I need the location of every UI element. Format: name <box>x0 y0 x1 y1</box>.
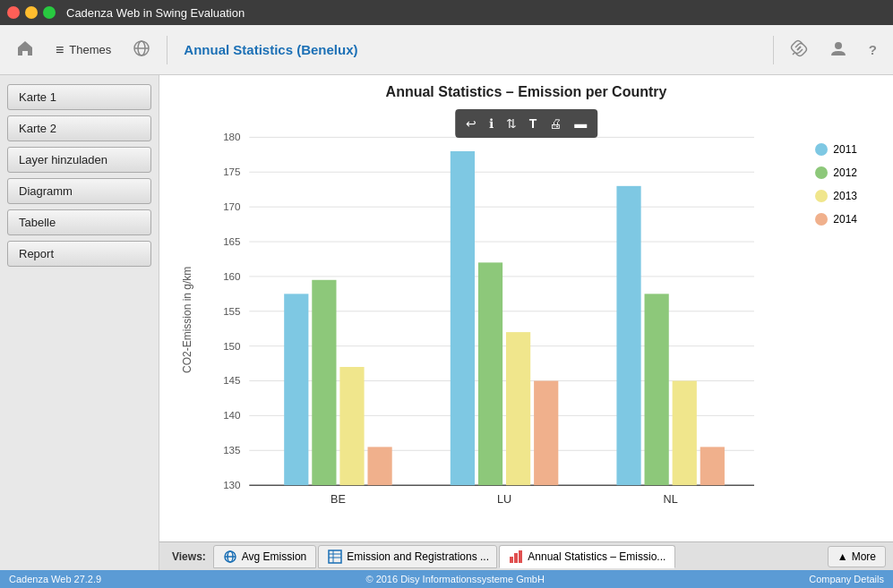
legend-label-2013: 2013 <box>833 190 857 202</box>
user-button[interactable] <box>820 32 856 67</box>
infobar: Cadenza Web 27.2.9 © 2016 Disy Informati… <box>0 570 893 588</box>
views-label: Views: <box>167 550 211 563</box>
svg-text:135: 135 <box>223 444 240 456</box>
bar-be-2012 <box>312 280 336 485</box>
status-tab-annual-label: Annual Statistics – Emissio... <box>528 550 665 563</box>
svg-rect-32 <box>329 550 341 563</box>
help-icon: ? <box>869 42 877 57</box>
chart-toolbar: ↩ ℹ ⇅ T 🖨 ▬ <box>455 109 598 138</box>
svg-point-3 <box>835 42 842 49</box>
titlebar: Cadenza Web in Swing Evaluation <box>0 0 893 25</box>
content: Karte 1 Karte 2 Layer hinzuladen Diagram… <box>0 75 893 570</box>
svg-text:145: 145 <box>223 374 240 386</box>
help-button[interactable]: ? <box>860 35 886 64</box>
legend-2011: 2011 <box>815 143 857 156</box>
sidebar-karte2[interactable]: Karte 2 <box>7 115 151 141</box>
svg-text:LU: LU <box>497 493 511 506</box>
legend-label-2014: 2014 <box>833 213 857 226</box>
chart-container: Annual Statistics – Emission per Country… <box>159 75 893 541</box>
status-tab-annual[interactable]: Annual Statistics – Emissio... <box>499 545 675 568</box>
home-icon <box>16 39 34 60</box>
chart-info-btn[interactable]: ℹ <box>484 113 499 134</box>
user-icon <box>829 39 847 60</box>
status-tab-emission-reg[interactable]: Emission and Registrations ... <box>318 545 497 568</box>
statusbar: Views: Avg Emission Emission and Registr… <box>159 541 893 570</box>
sidebar-layer[interactable]: Layer hinzuladen <box>7 147 151 173</box>
link-button[interactable] <box>781 32 817 67</box>
infobar-right: Company Details <box>809 574 884 584</box>
chart-svg: 180 175 170 165 160 155 <box>197 107 806 533</box>
legend-dot-2011 <box>815 143 828 156</box>
infobar-left: Cadenza Web 27.2.9 <box>9 574 101 584</box>
link-icon <box>790 39 808 60</box>
legend-2012: 2012 <box>815 166 857 179</box>
more-button[interactable]: ▲ More <box>828 546 886 567</box>
chart-inner: 180 175 170 165 160 155 <box>197 107 806 533</box>
themes-button[interactable]: ≡ Themes <box>47 35 120 65</box>
home-button[interactable] <box>7 32 43 67</box>
chart-print-btn[interactable]: 🖨 <box>544 113 567 134</box>
legend-label-2012: 2012 <box>833 166 857 179</box>
svg-rect-37 <box>514 553 518 563</box>
bar-lu-2013 <box>506 332 530 485</box>
svg-text:NL: NL <box>664 493 678 506</box>
page-title: Annual Statistics (Benelux) <box>175 35 766 64</box>
svg-text:160: 160 <box>223 270 241 282</box>
legend-label-2011: 2011 <box>833 143 857 156</box>
svg-text:150: 150 <box>223 340 241 352</box>
chart-wrapper: CO2-Emission in g/km 180 175 <box>177 107 875 533</box>
bar-nl-2013 <box>673 381 697 486</box>
legend-2013: 2013 <box>815 190 857 202</box>
app-title: Cadenza Web in Swing Evaluation <box>66 6 245 20</box>
svg-rect-36 <box>510 557 513 563</box>
status-tab-emission-label: Emission and Registrations ... <box>347 550 489 563</box>
chart-legend: 2011 2012 2013 2014 <box>806 107 875 533</box>
legend-dot-2012 <box>815 166 828 179</box>
more-label: More <box>852 550 876 563</box>
sidebar-diagramm[interactable]: Diagramm <box>7 178 151 204</box>
legend-dot-2014 <box>815 213 828 226</box>
svg-text:BE: BE <box>331 493 346 506</box>
maximize-btn[interactable] <box>43 6 56 19</box>
sidebar-report[interactable]: Report <box>7 241 151 267</box>
bar-be-2014 <box>367 447 391 485</box>
svg-rect-38 <box>519 550 522 563</box>
sidebar-karte1[interactable]: Karte 1 <box>7 84 151 110</box>
bar-nl-2012 <box>645 294 669 485</box>
sidebar: Karte 1 Karte 2 Layer hinzuladen Diagram… <box>0 75 159 570</box>
chart-tab-icon <box>509 550 523 564</box>
status-tab-avg-emission[interactable]: Avg Emission <box>213 545 316 568</box>
svg-text:140: 140 <box>223 409 241 421</box>
globe-icon <box>133 39 150 60</box>
chart-text-btn[interactable]: T <box>524 113 543 134</box>
svg-text:165: 165 <box>223 235 240 247</box>
chart-expand-btn[interactable]: ▬ <box>569 113 592 134</box>
y-axis-label: CO2-Emission in g/km <box>177 107 197 533</box>
sidebar-tabelle[interactable]: Tabelle <box>7 209 151 235</box>
toolbar: ≡ Themes Annual Statistics (Benelux) ? <box>0 25 893 75</box>
bar-lu-2014 <box>534 381 558 486</box>
bar-lu-2011 <box>451 151 475 485</box>
app: ≡ Themes Annual Statistics (Benelux) ? <box>0 25 893 588</box>
legend-2014: 2014 <box>815 213 857 226</box>
svg-text:130: 130 <box>223 479 241 490</box>
bar-be-2013 <box>339 367 364 485</box>
status-tab-avg-label: Avg Emission <box>242 550 306 563</box>
bar-nl-2011 <box>616 186 640 485</box>
close-btn[interactable] <box>7 6 20 19</box>
chart-title: Annual Statistics – Emission per Country <box>386 84 667 100</box>
infobar-center: © 2016 Disy Informationssysteme GmbH <box>365 574 544 584</box>
toolbar-title-area: Annual Statistics (Benelux) <box>175 35 766 64</box>
chart-undo-btn[interactable]: ↩ <box>460 113 482 134</box>
chevron-up-icon: ▲ <box>837 550 848 563</box>
bar-lu-2012 <box>478 262 502 485</box>
toolbar-divider <box>167 36 167 64</box>
bar-be-2011 <box>284 294 308 485</box>
svg-text:170: 170 <box>223 200 241 212</box>
main-area: Annual Statistics – Emission per Country… <box>159 75 893 570</box>
svg-text:180: 180 <box>223 131 241 142</box>
globe-button[interactable] <box>124 32 159 67</box>
chart-sort-btn[interactable]: ⇅ <box>501 113 522 134</box>
minimize-btn[interactable] <box>25 6 38 19</box>
menu-icon: ≡ <box>56 42 64 58</box>
